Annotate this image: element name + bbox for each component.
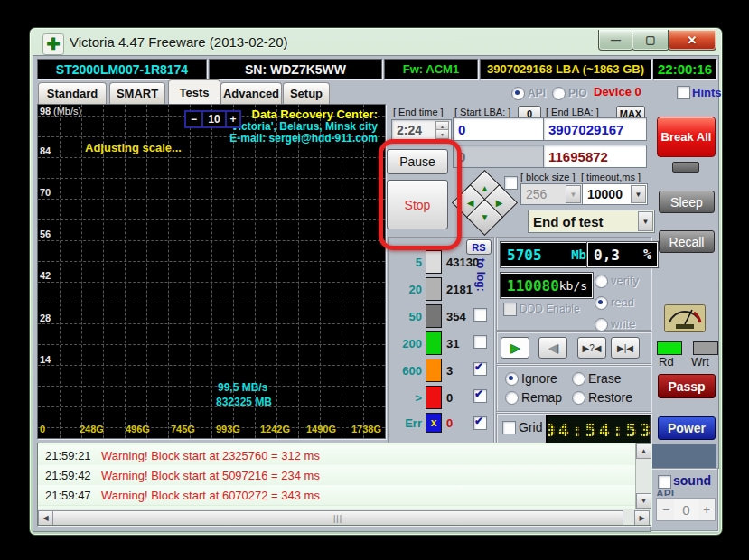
block-size-value: 256 [526,187,547,201]
remedy-group [496,365,651,412]
end-lba-input[interactable]: 3907029167 [543,117,647,141]
scroll-right-button[interactable]: ▶ [634,510,650,526]
vu-meter-gauge [664,304,706,332]
y-tick-98: 98 [40,106,51,117]
play-button[interactable]: ▶ [501,337,529,359]
api-radio[interactable] [511,87,525,100]
log-check-600[interactable] [473,362,487,376]
busy-indicator [672,162,699,173]
power-button[interactable]: Power [658,416,716,440]
graph-zoom-in-button[interactable]: + [225,110,241,128]
percent-value: 0,3 [594,247,620,264]
legend-threshold-5: 5 [393,256,422,269]
end-time-value: 2:24 [397,123,422,137]
led-digits: 04:54:53 [548,416,650,443]
title-bar[interactable]: ✚ Victoria 4.47 Freeware (2013-02-20) — … [30,28,722,56]
graph-zoom-value: 10 [201,110,227,128]
maximize-icon: ▢ [645,33,655,46]
horizontal-scroll-thumb[interactable]: ||| [52,510,623,526]
clock-display: 22:00:16 [653,59,716,79]
graph-zoom-out-button[interactable]: − [184,110,203,128]
seek-question-icon: ▶?◀ [583,343,602,353]
counter-plus-button[interactable]: + [698,498,716,521]
scroll-down-button[interactable]: ▼ [636,493,651,509]
log-time: 21:59:47 [45,489,101,502]
pio-radio[interactable] [552,87,566,100]
nav-option-checkbox[interactable] [504,176,518,190]
verify-radio[interactable] [595,275,608,288]
minus-icon: − [191,113,197,126]
plus-icon: + [229,113,236,126]
break-all-button[interactable]: Break All [657,117,716,157]
grid-checkbox[interactable] [502,421,516,434]
counter-minus-button[interactable]: − [656,498,676,521]
log-check-over[interactable] [473,389,487,403]
scroll-left-button[interactable]: ◀ [38,510,53,526]
readout-speed: 99,5 MB/s [218,381,267,394]
read-radio[interactable] [595,296,608,310]
end-time-spinner[interactable]: 2:24 ▲ ▼ [391,119,452,141]
speed-unit: kb/s [559,279,587,293]
maximize-button[interactable]: ▢ [632,30,669,51]
end-time-label: [ End time ] [393,107,444,117]
ddd-enable-label: DDD Enable [520,303,580,315]
erase-radio[interactable] [572,372,585,386]
sidebar-panel-filler [650,444,716,468]
log-message: Warning! Block start at 5097216 = 234 ms [101,469,320,482]
back-button[interactable]: ◀ [538,337,567,359]
log-message: Warning! Block start at 6070272 = 343 ms [101,489,320,502]
sound-checkbox[interactable] [658,475,671,489]
wrt-led [693,341,718,355]
passp-button[interactable]: Passp [658,374,716,398]
y-axis-unit: (Mb/s) [53,106,81,117]
log-check-50[interactable] [473,308,487,322]
capacity-display: 3907029168 LBA (~1863 GB) [480,59,651,79]
timeout-select[interactable]: 10000 ▼ [582,183,648,205]
pause-button[interactable]: Pause [387,149,448,174]
ignore-radio[interactable] [505,372,519,386]
tab-smart[interactable]: SMART [109,82,165,104]
write-radio[interactable] [595,318,608,331]
log-message: Warning! Block start at 2325760 = 312 ms [101,449,320,462]
grip-icon: ||| [333,514,342,523]
scroll-up-button[interactable]: ▲ [636,443,651,459]
log-vertical-scrollbar[interactable]: ▲ ▼ [635,443,651,509]
seek-question-button[interactable]: ▶?◀ [577,337,606,359]
scroll-right-icon: ▶ [639,514,644,522]
counter-value: 0 [674,498,699,521]
end-action-value: End of test [533,214,604,229]
graph-grid [38,105,385,438]
timeout-label: [ timeout,ms ] [581,172,641,182]
percent-unit: % [643,247,651,263]
log-horizontal-scrollbar[interactable]: ◀ ||| ▶ [38,509,651,525]
stop-button[interactable]: Stop [387,180,448,229]
log-check-err[interactable] [473,416,487,430]
hints-checkbox[interactable] [677,86,690,99]
spinner-down-icon[interactable]: ▼ [435,129,449,139]
legend-count-20: 2181 [446,283,473,296]
start-lba-input[interactable]: 0 [453,117,544,141]
log-time: 21:59:21 [45,449,101,462]
tab-tests[interactable]: Tests [168,79,220,104]
recall-button[interactable]: Recall [659,230,715,253]
back-icon: ◀ [548,341,558,355]
end-action-arrow-icon: ▼ [638,211,653,231]
tab-setup[interactable]: Setup [283,82,330,104]
sleep-button[interactable]: Sleep [659,191,715,213]
start-lba-shadow-input: 0 [453,145,544,168]
seek-end-button[interactable]: ▶|◀ [611,337,640,359]
tab-standard[interactable]: Standard [38,82,107,104]
x-tick-745: 745G [171,424,195,434]
speed-readout: 110080 kb/s [501,273,593,298]
remap-radio[interactable] [505,391,519,405]
log-check-200[interactable] [473,335,487,349]
scroll-down-icon: ▼ [641,497,648,505]
clipped-counter-label: API number [656,488,714,496]
restore-radio[interactable] [572,391,585,405]
tab-advanced[interactable]: Advanced [220,82,282,104]
rs-button[interactable]: RS [466,239,492,255]
minimize-button[interactable]: — [598,30,633,51]
legend-swatch-200 [426,331,442,355]
close-button[interactable]: ✕ [668,30,716,51]
end-action-select[interactable]: End of test ▼ [528,210,655,233]
